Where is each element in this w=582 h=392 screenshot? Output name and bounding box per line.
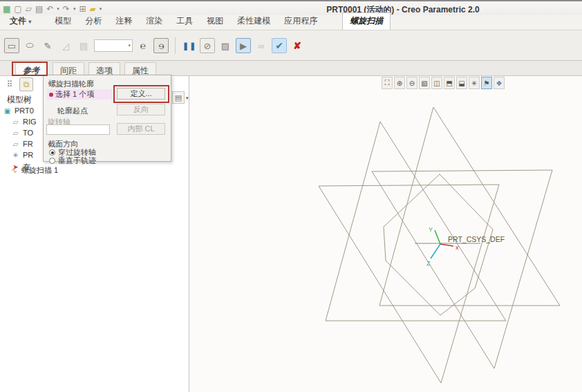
verify-button[interactable]: ∞ [254,38,269,53]
tab-model[interactable]: 模型 [48,13,78,30]
solid-button[interactable]: ▭ [4,38,19,53]
helical-sweep-dashboard: ▭ ⬭ ✎ ◿ ▤ ▾ ℮ ℮ ❚❚ ⊘ ▨ ▶ ∞ ✔ ✘ [0,30,582,61]
left-handed-button[interactable]: ℮ [135,38,151,53]
save-icon[interactable]: ▤ [35,4,43,14]
tree-item-part[interactable]: ▣ PRT0 [3,106,34,115]
undo-icon[interactable]: ↶ [46,4,53,14]
csys-y-axis [435,230,440,244]
radio-selected-icon [49,149,55,156]
pause-button[interactable]: ❚❚ [182,38,197,53]
tree-item-helical-sweep-1[interactable]: ∿ 螺旋扫描 1 [10,165,58,176]
tab-file[interactable]: 文件 ▾ [3,13,38,30]
internal-cl-button[interactable]: 内部 CL [117,123,165,135]
pitch-combobox[interactable]: ▾ [94,39,133,52]
tree-settings-icon[interactable]: ⠿ [3,77,17,91]
app-icon[interactable]: ▦ [3,4,10,14]
selection-dot-icon [49,93,53,97]
datum-plane-icon: ▱ [11,140,20,148]
unattached-preview-button[interactable]: ▨ [218,38,233,53]
selection-text: 选择 1 个项 [55,89,94,100]
clipboard-button[interactable]: ▤ [172,91,185,104]
csys-icon: ✳ [11,151,20,159]
display-style-button[interactable]: ◫ [431,77,442,89]
layer-tree-icon[interactable]: ⧉ [19,77,33,91]
qat-customize-dropdown-icon[interactable]: ▾ [100,6,102,12]
dashboard-tab-strip: 参考 间距 选项 属性 [0,61,582,76]
panel-tab-options[interactable]: 选项 [88,62,120,76]
csys-y-label: Y [429,226,433,233]
quick-access-toolbar: ▦ ▢ ▱ ▤ ↶ ▾ ↷ ▾ ⊞ ▰ ▾ [3,4,102,14]
tree-item-top-plane[interactable]: ▱ TO [11,129,33,137]
panel-tab-references[interactable]: 参考 [15,62,47,76]
panel-tab-properties[interactable]: 属性 [124,62,156,76]
tab-tools[interactable]: 工具 [169,13,200,30]
datum-display-button[interactable]: ✳ [469,77,480,89]
thicken-button[interactable]: ▤ [76,38,91,53]
tree-item-label: 螺旋扫描 1 [21,165,58,176]
flip-button[interactable]: 反向 [117,104,165,115]
folder-icon[interactable]: ▰ [89,4,95,14]
new-file-icon[interactable]: ▢ [14,4,21,14]
part-icon: ▣ [3,107,12,115]
hexagon-profile[interactable] [384,174,493,315]
tab-applications[interactable]: 应用程序 [277,13,324,30]
left-spiral-icon: ℮ [140,40,146,51]
open-file-icon[interactable]: ▱ [26,4,32,14]
references-panel: 螺旋扫描轮廓 选择 1 个项 定义... 轮廓起点 反向 旋转轴 内部 CL 截… [43,75,171,162]
tree-item-label: RIG [23,118,37,126]
file-dropdown-icon: ▾ [28,19,31,25]
profile-collector[interactable]: 选择 1 个项 [47,89,113,100]
tree-item-label: TO [23,129,33,137]
zoom-in-button[interactable]: ⊕ [394,77,405,89]
right-spiral-icon: ℮ [158,40,164,51]
tree-item-label: PRT0 [15,106,34,115]
pause-icon: ❚❚ [182,41,196,50]
triangle-up-back[interactable] [379,107,560,306]
profile-start-label: 轮廓起点 [57,106,88,116]
saved-orientations-button[interactable]: ⬒ [444,77,455,89]
repaint-button[interactable]: ▧ [419,77,430,89]
radio-normal-to-trajectory[interactable]: 垂直于轨迹 [49,156,96,166]
view-manager-button[interactable]: ⬓ [456,77,467,89]
annotation-display-button[interactable]: ⚑ [481,77,492,89]
redo-dropdown-icon[interactable]: ▾ [73,6,76,12]
combo-dropdown-icon: ▾ [128,43,131,48]
zoom-out-button[interactable]: ⊖ [406,77,417,89]
define-button[interactable]: 定义... [117,88,165,100]
tab-flexible-modeling[interactable]: 柔性建模 [230,13,277,30]
sketch-edit-button[interactable]: ✎ [40,38,55,53]
refit-button[interactable]: ⛶ [382,77,393,89]
surface-button[interactable]: ⬭ [22,38,37,53]
radio-label: 垂直于轨迹 [58,156,96,166]
radio-unselected-icon [49,158,55,164]
regenerate-icon[interactable]: ⊞ [79,4,86,14]
csys-label[interactable]: PRT_CSYS_DEF [448,235,505,243]
redo-icon[interactable]: ↷ [63,4,70,14]
cancel-button[interactable]: ✘ [290,38,305,53]
helical-sweep-icon: ∿ [10,167,19,174]
tab-analysis[interactable]: 分析 [78,13,109,30]
tree-item-label: FR [23,140,33,148]
undo-dropdown-icon[interactable]: ▾ [57,6,59,12]
sketch-wireframe: Y x Z PRT_CSYS_DEF [189,76,582,392]
clipboard-dropdown-icon[interactable]: ▾ [186,95,189,101]
tab-helical-sweep[interactable]: 螺旋扫描 [342,12,391,30]
tree-item-right-plane[interactable]: ▱ RIG [11,118,37,126]
tree-item-front-plane[interactable]: ▱ FR [11,140,33,148]
remove-material-button[interactable]: ◿ [58,38,73,53]
panel-tab-pitch[interactable]: 间距 [53,62,84,76]
attached-preview-button[interactable]: ▶ [236,38,251,53]
tab-annotate[interactable]: 注释 [109,13,139,30]
csys-z-label: Z [426,260,431,267]
confirm-button[interactable]: ✔ [272,38,287,53]
tree-item-csys[interactable]: ✳ PR [11,151,33,159]
tab-render[interactable]: 渲染 [139,13,169,30]
right-handed-button[interactable]: ℮ [153,38,169,53]
triangle-down-back[interactable] [372,170,552,368]
dashboard-separator [175,37,176,54]
spin-center-button[interactable]: ❖ [494,77,505,89]
tree-item-label: PR [23,151,33,159]
rotation-axis-field[interactable] [46,124,110,135]
tab-view[interactable]: 视图 [200,13,230,30]
no-preview-button[interactable]: ⊘ [200,38,215,53]
